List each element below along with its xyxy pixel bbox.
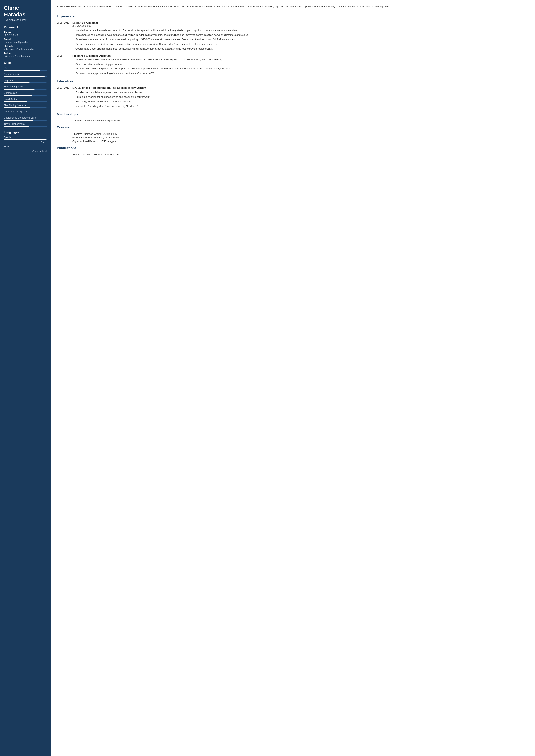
memberships-heading: Memberships <box>57 112 529 117</box>
skill-name: Communication <box>4 73 47 76</box>
skill-bar-fill <box>4 101 27 102</box>
language-name: Spanish <box>4 136 47 139</box>
skill-bar-fill <box>4 114 34 115</box>
skill-bar-bg <box>4 126 47 127</box>
publications-list: How Details Kill, The Counterintuitive C… <box>57 153 529 156</box>
main-content: Resourceful Executive Assistant with 5+ … <box>51 0 535 756</box>
skill-item: Database Management <box>4 110 47 115</box>
language-name: French <box>4 145 47 148</box>
entry-bullets: Handled top executive assistant duties f… <box>72 28 529 51</box>
language-item: Spanish Fluent <box>4 136 47 143</box>
skill-bar-fill <box>4 89 35 90</box>
bullet-item: Worked as temp executive assistant for 4… <box>75 58 529 62</box>
twitter-value: twitter.com/clarieharadas <box>4 55 47 58</box>
skill-bar-fill <box>4 126 29 127</box>
publications-section: Publications How Details Kill, The Count… <box>57 146 529 156</box>
sidebar: Clarie Haradas Executive Assistant Perso… <box>0 0 51 756</box>
summary-divider <box>57 12 529 13</box>
linkedin-value: linkedin.com/in/clarieharadas <box>4 48 47 50</box>
skill-bar-bg <box>4 76 47 77</box>
skill-name: Email Systems <box>4 98 47 100</box>
skill-bar-bg <box>4 114 47 115</box>
twitter-label: Twitter <box>4 52 47 55</box>
job-title: Executive Assistant <box>72 21 529 24</box>
bullet-item: Aided executives with meeting preparatio… <box>75 62 529 66</box>
language-bar-bg <box>4 139 47 140</box>
course-item: Global Business in Practice, UC Berkeley <box>72 136 529 139</box>
course-item: Organizational Behavior, IIT Kharagpur <box>72 140 529 143</box>
skill-item: Email Systems <box>4 98 47 102</box>
publications-heading: Publications <box>57 146 529 151</box>
experience-entry: 2013 - 2018 Executive Assistant ISN Lipm… <box>57 21 529 51</box>
courses-list: Effective Business Writing, UC BerkeleyG… <box>57 132 529 143</box>
education-list: 2010 - 2013 BA, Business Administration,… <box>57 86 529 109</box>
skill-bar-bg <box>4 120 47 121</box>
entry-bullets: Excelled in financial management and bus… <box>72 91 529 108</box>
entry-company: ISN Lipmann, Inc. <box>72 24 529 27</box>
language-item: French Conversational <box>4 145 47 152</box>
memberships-list: Member, Executive Assistant Organization <box>57 119 529 122</box>
edu-degree: BA, Business Administration, The College… <box>72 86 529 90</box>
job-title: Freelance Executive Assistant <box>72 54 529 57</box>
candidate-title: Executive Assistant <box>4 18 47 22</box>
skill-bar-fill <box>4 70 40 71</box>
skills-list: EQ Communication Logistics Time Manageme… <box>4 67 47 127</box>
experience-heading: Experience <box>57 14 529 19</box>
skill-item: Logistics <box>4 79 47 83</box>
email-label: E-mail <box>4 38 47 41</box>
education-section: Education 2010 - 2013 BA, Business Admin… <box>57 79 529 109</box>
experience-entry: 2013 Freelance Executive Assistant Worke… <box>57 54 529 76</box>
skill-name: Compassion <box>4 92 47 94</box>
bullet-item: Assisted with project logistics and deve… <box>75 67 529 71</box>
skill-item: EQ <box>4 67 47 71</box>
education-heading: Education <box>57 79 529 84</box>
skill-bar-bg <box>4 107 47 108</box>
bullet-item: Provided executive project support, admi… <box>75 42 529 46</box>
experience-section: Experience 2013 - 2018 Executive Assista… <box>57 14 529 76</box>
skill-item: Communication <box>4 73 47 77</box>
publication-item: How Details Kill, The Counterintuitive C… <box>72 153 529 156</box>
summary-text: Resourceful Executive Assistant with 5+ … <box>57 5 529 9</box>
bullet-item: Saved each top-level exec 11 hours per w… <box>75 38 529 41</box>
skill-name: File-Sharing Systems <box>4 104 47 107</box>
bullet-item: Excelled in financial management and bus… <box>75 91 529 94</box>
courses-section: Courses Effective Business Writing, UC B… <box>57 125 529 143</box>
skill-item: Travel Arrangements <box>4 123 47 127</box>
skill-bar-fill <box>4 95 32 96</box>
language-bar-fill <box>4 139 47 140</box>
language-bar-fill <box>4 148 23 149</box>
bullet-item: Handled top executive assistant duties f… <box>75 28 529 33</box>
skill-bar-bg <box>4 95 47 96</box>
phone-value: 862-208-2592 <box>4 34 47 37</box>
language-level: Fluent <box>4 141 47 143</box>
course-item: Effective Business Writing, UC Berkeley <box>72 132 529 135</box>
skill-name: Database Management <box>4 110 47 113</box>
skill-bar-fill <box>4 76 44 77</box>
personal-info-heading: Personal Info <box>4 25 47 29</box>
skill-bar-bg <box>4 70 47 71</box>
bullet-item: Pursued a passion for business ethics an… <box>75 95 529 99</box>
language-level: Conversational <box>4 150 47 152</box>
skills-heading: Skills <box>4 61 47 65</box>
languages-list: Spanish Fluent French Conversational <box>4 136 47 152</box>
skill-item: Compassion <box>4 92 47 96</box>
courses-heading: Courses <box>57 125 529 130</box>
skill-bar-bg <box>4 89 47 90</box>
skill-name: Logistics <box>4 79 47 82</box>
phone-label: Phone <box>4 31 47 34</box>
linkedin-label: LinkedIn <box>4 45 47 48</box>
education-entry: 2010 - 2013 BA, Business Administration,… <box>57 86 529 109</box>
languages-heading: Languages <box>4 130 47 134</box>
skill-name: EQ <box>4 67 47 69</box>
entry-bullets: Worked as temp executive assistant for 4… <box>72 58 529 75</box>
entry-content: BA, Business Administration, The College… <box>72 86 529 109</box>
experience-list: 2013 - 2018 Executive Assistant ISN Lipm… <box>57 21 529 76</box>
membership-item: Member, Executive Assistant Organization <box>72 119 529 122</box>
skill-item: File-Sharing Systems <box>4 104 47 108</box>
skill-name: Travel Arrangements <box>4 123 47 125</box>
skill-item: Coordinating Conference Calls <box>4 117 47 121</box>
bullet-item: Performed weekly proofreading of executi… <box>75 71 529 75</box>
skill-name: Coordinating Conference Calls <box>4 117 47 119</box>
memberships-section: Memberships Member, Executive Assistant … <box>57 112 529 122</box>
entry-date: 2010 - 2013 <box>57 86 72 109</box>
